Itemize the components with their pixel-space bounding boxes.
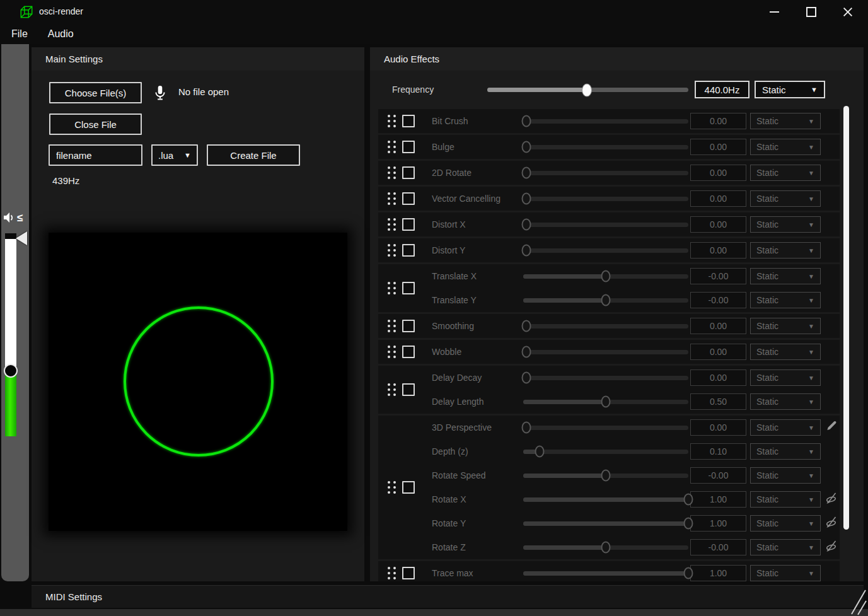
effect-slider[interactable]: [523, 324, 688, 328]
maximize-button[interactable]: [797, 0, 826, 24]
effect-mode-dropdown[interactable]: Static ▼: [750, 139, 821, 155]
frequency-knob[interactable]: [582, 83, 592, 96]
effect-value[interactable]: 1.00: [690, 491, 746, 508]
menu-file[interactable]: File: [3, 24, 37, 44]
effect-mode-dropdown[interactable]: Static ▼: [750, 443, 821, 460]
volume-slider[interactable]: [5, 233, 16, 436]
effect-mode-dropdown[interactable]: Static ▼: [750, 268, 821, 284]
effect-enable-checkbox[interactable]: [402, 244, 415, 257]
effect-slider[interactable]: [523, 450, 688, 454]
rotate-axis-icon[interactable]: [825, 516, 838, 531]
resize-grip-icon[interactable]: [847, 588, 867, 615]
effect-slider[interactable]: [523, 248, 688, 253]
drag-handle-icon[interactable]: [388, 115, 396, 127]
effect-value[interactable]: 0.00: [690, 318, 746, 334]
slider-knob[interactable]: [601, 294, 611, 306]
effect-slider[interactable]: [523, 119, 688, 124]
drag-handle-icon[interactable]: [388, 244, 396, 257]
effect-mode-dropdown[interactable]: Static ▼: [750, 491, 821, 508]
effect-enable-checkbox[interactable]: [402, 383, 415, 396]
effect-value[interactable]: 0.00: [690, 419, 746, 436]
effect-value[interactable]: 0.00: [690, 139, 746, 155]
close-button[interactable]: [833, 0, 862, 24]
effect-slider[interactable]: [523, 497, 688, 502]
microphone-icon[interactable]: [153, 83, 167, 103]
effect-slider[interactable]: [523, 171, 688, 175]
slider-knob[interactable]: [522, 115, 531, 127]
effect-mode-dropdown[interactable]: Static ▼: [750, 565, 821, 581]
rotate-axis-icon[interactable]: [825, 492, 838, 507]
drag-handle-icon[interactable]: [388, 218, 396, 231]
slider-knob[interactable]: [522, 245, 531, 257]
slider-knob[interactable]: [522, 346, 531, 358]
effect-value[interactable]: -0.00: [690, 268, 746, 284]
slider-knob[interactable]: [684, 518, 693, 530]
effect-mode-dropdown[interactable]: Static ▼: [750, 165, 821, 181]
frequency-value[interactable]: 440.0Hz: [695, 81, 749, 98]
effect-mode-dropdown[interactable]: Static ▼: [750, 467, 821, 484]
slider-knob[interactable]: [522, 219, 531, 231]
effect-slider[interactable]: [523, 223, 688, 227]
effect-mode-dropdown[interactable]: Static ▼: [750, 318, 821, 334]
effect-value[interactable]: -0.00: [690, 292, 746, 308]
effect-slider[interactable]: [523, 426, 688, 430]
slider-knob[interactable]: [522, 167, 531, 179]
drag-handle-icon[interactable]: [388, 346, 396, 358]
effect-value[interactable]: 0.00: [690, 242, 746, 259]
rotate-axis-icon[interactable]: [825, 540, 838, 555]
drag-handle-icon[interactable]: [388, 567, 396, 579]
effect-slider[interactable]: [523, 400, 688, 404]
extension-dropdown[interactable]: .lua ▼: [151, 144, 198, 166]
effect-mode-dropdown[interactable]: Static ▼: [750, 190, 821, 207]
slider-knob[interactable]: [522, 372, 531, 384]
effect-mode-dropdown[interactable]: Static ▼: [750, 216, 821, 233]
drag-handle-icon[interactable]: [388, 141, 396, 153]
pencil-icon[interactable]: [826, 421, 837, 434]
filename-input[interactable]: [49, 144, 142, 166]
effect-slider[interactable]: [523, 545, 688, 550]
effect-slider[interactable]: [523, 145, 688, 149]
slider-knob[interactable]: [684, 567, 693, 579]
slider-knob[interactable]: [522, 193, 531, 205]
effect-slider[interactable]: [523, 521, 688, 526]
effect-value[interactable]: 0.00: [690, 369, 746, 386]
minimize-button[interactable]: [760, 0, 789, 24]
volume-target-pointer-icon[interactable]: [16, 231, 27, 245]
volume-knob[interactable]: [4, 364, 18, 378]
slider-knob[interactable]: [522, 422, 531, 434]
effect-enable-checkbox[interactable]: [402, 567, 415, 579]
midi-settings-bar[interactable]: MIDI Settings: [32, 585, 864, 608]
effect-slider[interactable]: [523, 350, 688, 354]
effect-enable-checkbox[interactable]: [402, 346, 415, 358]
effect-slider[interactable]: [523, 571, 688, 576]
drag-handle-icon[interactable]: [388, 166, 396, 179]
drag-handle-icon[interactable]: [388, 282, 396, 294]
effect-mode-dropdown[interactable]: Static ▼: [750, 113, 821, 129]
effect-slider[interactable]: [523, 298, 688, 303]
effect-mode-dropdown[interactable]: Static ▼: [750, 344, 821, 360]
effect-enable-checkbox[interactable]: [402, 141, 415, 153]
effect-value[interactable]: 0.10: [690, 443, 746, 460]
effect-value[interactable]: 0.50: [690, 393, 746, 410]
slider-knob[interactable]: [684, 494, 693, 506]
slider-knob[interactable]: [522, 320, 531, 332]
close-file-button[interactable]: Close File: [49, 113, 142, 135]
effect-mode-dropdown[interactable]: Static ▼: [750, 419, 821, 436]
slider-knob[interactable]: [601, 470, 611, 482]
effect-slider[interactable]: [523, 274, 688, 279]
effect-enable-checkbox[interactable]: [402, 166, 415, 179]
drag-handle-icon[interactable]: [388, 320, 396, 332]
effect-mode-dropdown[interactable]: Static ▼: [750, 242, 821, 259]
effect-slider[interactable]: [523, 197, 688, 201]
effect-mode-dropdown[interactable]: Static ▼: [750, 369, 821, 386]
effect-mode-dropdown[interactable]: Static ▼: [750, 393, 821, 410]
effect-enable-checkbox[interactable]: [402, 192, 415, 205]
effect-enable-checkbox[interactable]: [402, 218, 415, 231]
effect-value[interactable]: 1.00: [690, 565, 746, 581]
slider-knob[interactable]: [601, 396, 611, 408]
effect-enable-checkbox[interactable]: [402, 115, 415, 127]
effect-enable-checkbox[interactable]: [402, 282, 415, 294]
effect-slider[interactable]: [523, 376, 688, 380]
drag-handle-icon[interactable]: [388, 192, 396, 205]
effect-enable-checkbox[interactable]: [402, 481, 415, 494]
